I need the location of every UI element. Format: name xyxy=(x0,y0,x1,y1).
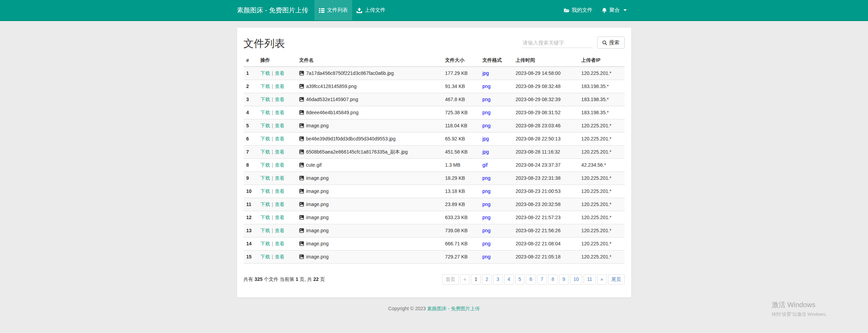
action-separator: | xyxy=(272,84,273,89)
row-format-cell: png xyxy=(480,119,513,133)
view-link[interactable]: 查看 xyxy=(275,215,284,220)
row-ip: 120.225.201.* xyxy=(578,172,624,185)
page-item-9[interactable]: 9 xyxy=(559,274,569,285)
search-button[interactable]: 搜索 xyxy=(597,37,625,49)
page-item-5[interactable]: 5 xyxy=(515,274,525,285)
download-link[interactable]: 下载 xyxy=(261,70,270,76)
view-link[interactable]: 查看 xyxy=(275,175,284,181)
row-filename: 6508b65aea2e866145cfc1a8176335a_副本.jpg xyxy=(306,149,408,155)
download-link[interactable]: 下载 xyxy=(261,84,270,89)
view-link[interactable]: 查看 xyxy=(275,254,284,259)
download-link[interactable]: 下载 xyxy=(261,110,270,115)
row-filename: image.png xyxy=(306,188,329,194)
view-link[interactable]: 查看 xyxy=(275,202,284,207)
download-link[interactable]: 下载 xyxy=(261,175,270,181)
caret-down-icon xyxy=(623,9,627,11)
view-link[interactable]: 查看 xyxy=(275,110,284,115)
format-link[interactable]: png xyxy=(482,202,490,207)
row-ip: 42.234.56.* xyxy=(578,159,624,172)
download-link[interactable]: 下载 xyxy=(261,136,270,141)
download-link[interactable]: 下载 xyxy=(261,123,270,128)
tab-upload-file[interactable]: 上传文件 xyxy=(352,0,390,20)
row-size: 177.29 KB xyxy=(442,67,480,80)
row-index: 15 xyxy=(244,251,258,264)
view-link[interactable]: 查看 xyxy=(275,97,284,102)
page-item-3[interactable]: 3 xyxy=(493,274,503,285)
file-table-body: 1 下载|查看 7a17da456c8750f221d3c867fac0a6b.… xyxy=(244,67,625,264)
format-link[interactable]: jpg xyxy=(482,136,489,141)
action-separator: | xyxy=(272,215,273,220)
format-link[interactable]: png xyxy=(482,123,490,128)
format-link[interactable]: png xyxy=(482,110,490,115)
page-item-»[interactable]: » xyxy=(597,274,607,285)
format-link[interactable]: jpg xyxy=(482,70,489,76)
footer-brand-link[interactable]: 素颜图床 - 免费图片上传 xyxy=(427,306,480,311)
row-actions: 下载|查看 xyxy=(258,224,296,237)
page-item-尾页[interactable]: 尾页 xyxy=(608,274,625,285)
row-filename-cell: image.png xyxy=(296,237,442,251)
view-link[interactable]: 查看 xyxy=(275,188,284,194)
search-input[interactable] xyxy=(522,38,593,48)
row-filename: a39fcc4128145859.png xyxy=(306,84,357,89)
download-link[interactable]: 下载 xyxy=(261,241,270,246)
format-link[interactable]: png xyxy=(482,241,490,246)
navbar: 素颜图床 - 免费图片上传 文件列表 上传文件 xyxy=(0,0,868,21)
row-size: 633.23 KB xyxy=(442,211,480,224)
download-link[interactable]: 下载 xyxy=(261,202,270,207)
format-link[interactable]: png xyxy=(482,228,490,233)
download-link[interactable]: 下载 xyxy=(261,254,270,259)
format-link[interactable]: png xyxy=(482,215,490,220)
my-files-menu[interactable]: 我的文件 xyxy=(559,0,597,20)
view-link[interactable]: 查看 xyxy=(275,149,284,155)
header-actions: 操作 xyxy=(258,56,296,67)
format-link[interactable]: png xyxy=(482,254,490,259)
brand-link[interactable]: 素颜图床 - 免费图片上传 xyxy=(237,0,309,20)
format-link[interactable]: jpg xyxy=(482,149,489,155)
download-link[interactable]: 下载 xyxy=(261,97,270,102)
file-list-card: 文件列表 搜索 # 操作 文件名 xyxy=(237,28,631,297)
download-link[interactable]: 下载 xyxy=(261,215,270,220)
view-link[interactable]: 查看 xyxy=(275,162,284,168)
download-link[interactable]: 下载 xyxy=(261,162,270,168)
row-actions: 下载|查看 xyxy=(258,211,296,224)
view-link[interactable]: 查看 xyxy=(275,70,284,76)
table-row: 6 下载|查看 be46e39d9d1f0dd3dbcd95d340d9553.… xyxy=(244,133,625,146)
row-filename-cell: 7a17da456c8750f221d3c867fac0a6b.jpg xyxy=(296,67,442,80)
view-link[interactable]: 查看 xyxy=(275,241,284,246)
format-link[interactable]: png xyxy=(482,84,490,89)
row-format-cell: png xyxy=(480,80,513,93)
action-separator: | xyxy=(272,123,273,128)
header-format: 文件格式 xyxy=(480,56,513,67)
row-filename-cell: 6508b65aea2e866145cfc1a8176335a_副本.jpg xyxy=(296,146,442,159)
action-separator: | xyxy=(272,202,273,207)
row-ip: 120.225.201.* xyxy=(578,146,624,159)
page-item-4[interactable]: 4 xyxy=(504,274,514,285)
row-index: 14 xyxy=(244,237,258,251)
page-item-10[interactable]: 10 xyxy=(570,274,583,285)
row-ip: 183.198.35.* xyxy=(578,106,624,119)
view-link[interactable]: 查看 xyxy=(275,228,284,233)
format-link[interactable]: png xyxy=(482,175,490,181)
format-link[interactable]: png xyxy=(482,97,490,102)
view-link[interactable]: 查看 xyxy=(275,136,284,141)
page-item-8[interactable]: 8 xyxy=(548,274,558,285)
tab-file-list[interactable]: 文件列表 xyxy=(314,0,352,20)
download-link[interactable]: 下载 xyxy=(261,228,270,233)
download-link[interactable]: 下载 xyxy=(261,188,270,194)
page-item-2[interactable]: 2 xyxy=(482,274,492,285)
view-link[interactable]: 查看 xyxy=(275,84,284,89)
format-link[interactable]: png xyxy=(482,188,490,194)
file-image-icon xyxy=(299,202,304,207)
page-item-11[interactable]: 11 xyxy=(584,274,596,285)
view-link[interactable]: 查看 xyxy=(275,123,284,128)
aggregate-menu[interactable]: 聚合 xyxy=(597,0,631,20)
page-item-6[interactable]: 6 xyxy=(526,274,536,285)
download-link[interactable]: 下载 xyxy=(261,149,270,155)
row-size: 118.04 KB xyxy=(442,119,480,133)
tab-file-list-label: 文件列表 xyxy=(327,7,348,13)
page-item-7[interactable]: 7 xyxy=(537,274,547,285)
row-index: 8 xyxy=(244,159,258,172)
action-separator: | xyxy=(272,175,273,181)
row-actions: 下载|查看 xyxy=(258,119,296,133)
format-link[interactable]: gif xyxy=(482,162,488,168)
